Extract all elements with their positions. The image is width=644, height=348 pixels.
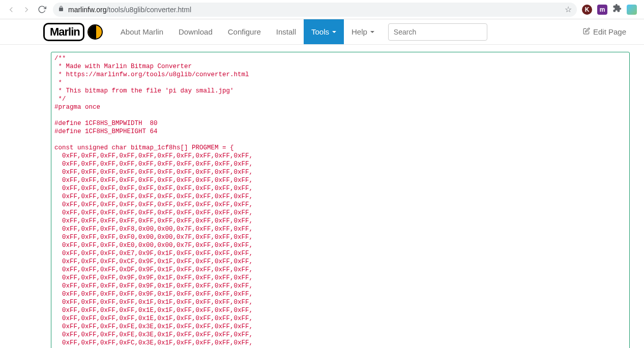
theme-toggle-icon[interactable]	[87, 24, 103, 40]
nav-tools[interactable]: Tools	[304, 19, 344, 44]
extension-m-icon[interactable]: m	[597, 5, 607, 15]
nav-help[interactable]: Help	[344, 19, 382, 44]
extensions-puzzle-icon[interactable]	[612, 4, 622, 15]
nav-about[interactable]: About Marlin	[113, 19, 171, 44]
edit-page-label: Edit Page	[593, 27, 626, 36]
brand-logo: Marlin	[43, 23, 84, 41]
nav-buttons	[5, 4, 48, 16]
brand[interactable]: Marlin	[43, 23, 103, 41]
back-button[interactable]	[5, 4, 17, 16]
forward-button[interactable]	[20, 4, 33, 16]
search-input[interactable]	[388, 23, 487, 41]
extension-k-icon[interactable]: K	[582, 5, 592, 15]
code-output: /** * Made with Marlin Bitmap Converter …	[54, 54, 626, 348]
url-bar[interactable]: marlinfw.org/tools/u8glib/converter.html…	[53, 3, 577, 17]
edit-icon	[583, 27, 590, 36]
main-content: /** * Made with Marlin Bitmap Converter …	[0, 45, 644, 348]
nav-install[interactable]: Install	[269, 19, 304, 44]
nav-links: About Marlin Download Configure Install …	[113, 19, 382, 44]
site-navbar: Marlin About Marlin Download Configure I…	[0, 19, 644, 45]
browser-chrome: marlinfw.org/tools/u8glib/converter.html…	[0, 0, 644, 19]
star-icon[interactable]: ☆	[565, 5, 572, 14]
url-text: marlinfw.org/tools/u8glib/converter.html	[68, 6, 561, 14]
nav-configure[interactable]: Configure	[220, 19, 269, 44]
extension-last-icon[interactable]	[627, 5, 637, 15]
brand-text: Marlin	[50, 25, 80, 39]
extension-icons: K m	[582, 4, 639, 15]
reload-button[interactable]	[36, 4, 48, 16]
nav-download[interactable]: Download	[171, 19, 220, 44]
edit-page-link[interactable]: Edit Page	[583, 27, 626, 36]
code-output-box[interactable]: /** * Made with Marlin Bitmap Converter …	[51, 52, 630, 348]
lock-icon	[58, 6, 64, 13]
